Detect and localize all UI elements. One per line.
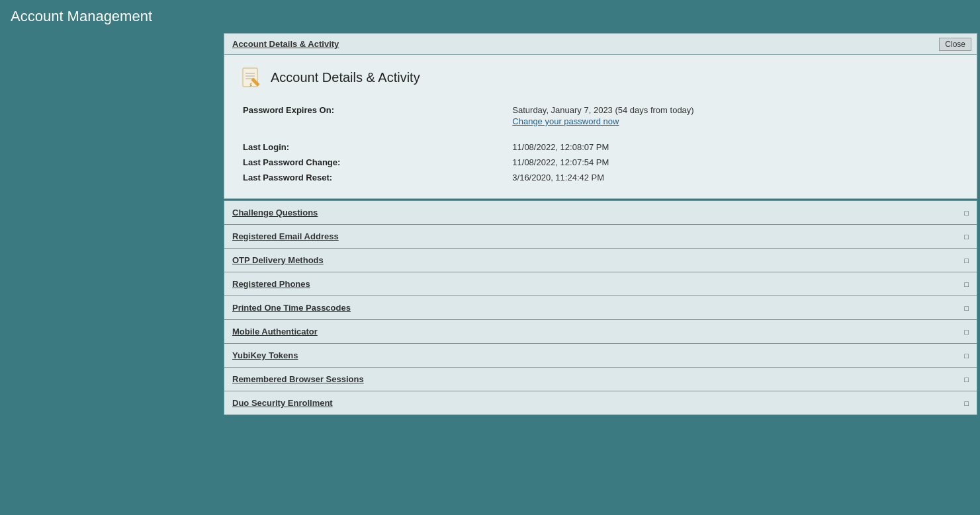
last-password-change-value: 11/08/2022, 12:07:54 PM bbox=[512, 155, 961, 170]
last-login-label: Last Login: bbox=[240, 139, 512, 155]
collapsible-section-yubikey-tokens[interactable]: YubiKey Tokens□ bbox=[224, 344, 977, 368]
collapsible-section-link[interactable]: Registered Email Address bbox=[232, 231, 339, 241]
collapsible-section-link[interactable]: Mobile Authenticator bbox=[232, 327, 318, 337]
collapsible-section-challenge-questions[interactable]: Challenge Questions□ bbox=[224, 200, 977, 225]
expand-icon: □ bbox=[964, 209, 969, 217]
collapsible-section-link[interactable]: Duo Security Enrollment bbox=[232, 398, 333, 408]
expand-icon: □ bbox=[964, 399, 969, 407]
last-login-row: Last Login: 11/08/2022, 12:08:07 PM bbox=[240, 139, 961, 155]
collapsible-section-registered-phones[interactable]: Registered Phones□ bbox=[224, 272, 977, 296]
account-details-title-row: Account Details & Activity bbox=[240, 65, 961, 89]
collapsible-section-duo-security-enrollment[interactable]: Duo Security Enrollment□ bbox=[224, 391, 977, 415]
collapsible-section-link[interactable]: YubiKey Tokens bbox=[232, 350, 298, 360]
page-title: Account Management bbox=[0, 0, 980, 33]
last-password-reset-row: Last Password Reset: 3/16/2020, 11:24:42… bbox=[240, 170, 961, 185]
expand-icon: □ bbox=[964, 376, 969, 383]
collapsible-section-link[interactable]: OTP Delivery Methods bbox=[232, 255, 324, 265]
collapsible-section-otp-delivery-methods[interactable]: OTP Delivery Methods□ bbox=[224, 249, 977, 272]
expand-icon: □ bbox=[964, 352, 969, 360]
password-expires-text: Saturday, January 7, 2023 (54 days from … bbox=[512, 105, 693, 115]
collapsible-section-link[interactable]: Registered Phones bbox=[232, 279, 310, 289]
last-password-reset-label: Last Password Reset: bbox=[240, 170, 512, 185]
main-panel: Account Details & Activity Close bbox=[224, 33, 977, 415]
collapsible-section-printed-one-time-passcodes[interactable]: Printed One Time Passcodes□ bbox=[224, 296, 977, 320]
last-login-value: 11/08/2022, 12:08:07 PM bbox=[512, 139, 961, 155]
password-expires-label: Password Expires On: bbox=[240, 102, 512, 129]
notepad-icon bbox=[240, 65, 264, 89]
panel-title: Account Details & Activity bbox=[271, 70, 420, 85]
change-password-link[interactable]: Change your password now bbox=[512, 116, 956, 126]
account-details-panel: Account Details & Activity Close bbox=[224, 33, 977, 199]
expand-icon: □ bbox=[964, 257, 969, 264]
collapsible-section-link[interactable]: Printed One Time Passcodes bbox=[232, 303, 351, 313]
expand-icon: □ bbox=[964, 304, 969, 312]
collapsible-section-link[interactable]: Remembered Browser Sessions bbox=[232, 374, 364, 384]
password-expires-row: Password Expires On: Saturday, January 7… bbox=[240, 102, 961, 129]
collapsible-section-mobile-authenticator[interactable]: Mobile Authenticator□ bbox=[224, 320, 977, 344]
password-expires-value: Saturday, January 7, 2023 (54 days from … bbox=[512, 102, 961, 129]
collapsible-section-remembered-browser-sessions[interactable]: Remembered Browser Sessions□ bbox=[224, 368, 977, 391]
account-details-header-link[interactable]: Account Details & Activity bbox=[232, 39, 339, 49]
expand-icon: □ bbox=[964, 280, 969, 288]
last-password-change-row: Last Password Change: 11/08/2022, 12:07:… bbox=[240, 155, 961, 170]
collapsible-section-registered-email-address[interactable]: Registered Email Address□ bbox=[224, 225, 977, 249]
account-details-header: Account Details & Activity bbox=[224, 34, 977, 55]
expand-icon: □ bbox=[964, 328, 969, 336]
last-password-reset-value: 3/16/2020, 11:24:42 PM bbox=[512, 170, 961, 185]
collapsible-sections-container: Challenge Questions□Registered Email Add… bbox=[224, 200, 977, 415]
close-button[interactable]: Close bbox=[939, 38, 971, 51]
account-details-body: Account Details & Activity Password Expi… bbox=[224, 55, 977, 198]
last-password-change-label: Last Password Change: bbox=[240, 155, 512, 170]
collapsible-section-link[interactable]: Challenge Questions bbox=[232, 208, 318, 218]
expand-icon: □ bbox=[964, 233, 969, 241]
account-info-table: Password Expires On: Saturday, January 7… bbox=[240, 102, 961, 185]
